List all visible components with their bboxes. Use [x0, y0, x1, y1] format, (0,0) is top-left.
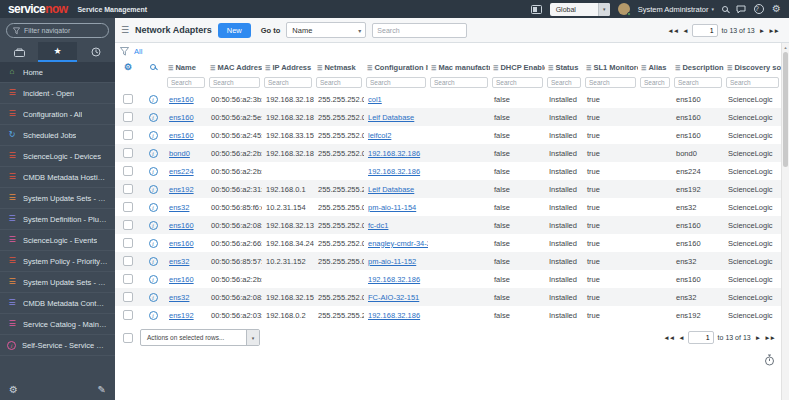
prev-page-button[interactable]: ◄	[682, 27, 687, 34]
name-link[interactable]: bond0	[169, 149, 190, 158]
sidebar-item[interactable]: ☰System Definition - Plugins	[0, 209, 115, 230]
list-personalize-gear-icon[interactable]: ⚙	[124, 62, 132, 72]
configuration_item-link[interactable]: 192.168.32.186	[368, 167, 420, 176]
configuration_item-link[interactable]: Leif Database	[368, 185, 414, 194]
name-link[interactable]: ens32	[169, 203, 189, 212]
user-menu[interactable]: System Administrator ▾	[638, 5, 714, 14]
last-page-button[interactable]: ►►	[768, 27, 779, 34]
column-search-input[interactable]	[492, 77, 543, 88]
column-search-input[interactable]	[167, 77, 205, 88]
record-preview-info-icon[interactable]: i	[149, 149, 158, 158]
name-link[interactable]: ens160	[169, 95, 194, 104]
name-link[interactable]: ens192	[169, 185, 194, 194]
record-preview-info-icon[interactable]: i	[149, 221, 158, 230]
column-header[interactable]: ☰Configuration Item	[364, 59, 428, 75]
sidebar-item[interactable]: ⌂Home	[0, 62, 115, 83]
help-icon[interactable]: ?	[754, 4, 764, 14]
sidebar-item[interactable]: ↻Scheduled Jobs	[0, 125, 115, 146]
configuration_item-link[interactable]: pm-aio-11-154	[368, 203, 416, 212]
chat-icon[interactable]	[736, 5, 746, 14]
row-checkbox[interactable]	[123, 112, 133, 122]
row-checkbox[interactable]	[123, 310, 133, 320]
filter-navigator-input[interactable]	[24, 27, 102, 34]
column-menu-icon[interactable]: ☰	[586, 65, 591, 71]
column-menu-icon[interactable]: ☰	[493, 65, 498, 71]
row-checkbox[interactable]	[123, 130, 133, 140]
sidebar-item[interactable]: ☰ScienceLogic - Events	[0, 230, 115, 251]
page-number-input[interactable]	[688, 331, 714, 344]
breadcrumb-all-link[interactable]: All	[134, 47, 142, 56]
row-checkbox[interactable]	[123, 148, 133, 158]
sidebar-item[interactable]: ☰Service Catalog - Maintain Items	[0, 314, 115, 335]
name-link[interactable]: ens160	[169, 221, 194, 230]
next-page-button[interactable]: ►	[759, 27, 764, 34]
name-link[interactable]: ens192	[169, 311, 194, 320]
row-checkbox[interactable]	[123, 94, 133, 104]
column-search-toggle-icon[interactable]	[150, 64, 156, 70]
sidebar-item[interactable]: ☰Configuration - All	[0, 104, 115, 125]
tab-history[interactable]	[77, 42, 115, 62]
name-link[interactable]: ens32	[169, 293, 189, 302]
settings-gear-icon[interactable]: ⚙	[9, 384, 18, 395]
tab-all-applications[interactable]	[0, 42, 38, 62]
column-menu-icon[interactable]: ☰	[727, 65, 732, 71]
name-link[interactable]: ens32	[169, 257, 189, 266]
column-search-input[interactable]	[366, 77, 426, 88]
column-menu-icon[interactable]: ☰	[367, 65, 372, 71]
column-header[interactable]: ☰MAC Address	[207, 59, 262, 75]
column-menu-icon[interactable]: ☰	[265, 65, 270, 71]
row-checkbox[interactable]	[123, 166, 133, 176]
actions-on-selected-rows-select[interactable]: Actions on selected rows... ▾	[140, 329, 260, 346]
configuration_item-link[interactable]: Leif Database	[368, 113, 414, 122]
name-link[interactable]: ens160	[169, 113, 194, 122]
record-preview-info-icon[interactable]: i	[149, 131, 158, 140]
new-button[interactable]: New	[218, 23, 251, 38]
list-search-input[interactable]	[372, 23, 467, 38]
configuration_item-link[interactable]: FC-AIO-32-151	[368, 293, 419, 302]
column-search-input[interactable]	[726, 77, 779, 88]
configuration_item-link[interactable]: leifcol2	[368, 131, 391, 140]
row-checkbox[interactable]	[123, 256, 133, 266]
record-preview-info-icon[interactable]: i	[149, 113, 158, 122]
column-menu-icon[interactable]: ☰	[641, 65, 646, 71]
scope-selector[interactable]: Global ▾	[550, 3, 610, 16]
column-search-input[interactable]	[209, 77, 260, 88]
column-search-input[interactable]	[264, 77, 312, 88]
record-preview-info-icon[interactable]: i	[149, 311, 158, 320]
row-checkbox[interactable]	[123, 274, 133, 284]
last-page-button[interactable]: ►►	[764, 334, 775, 341]
configuration_item-link[interactable]: pm-aio-11-152	[368, 257, 416, 266]
configuration_item-link[interactable]: col1	[368, 95, 382, 104]
column-header[interactable]: ☰DHCP Enabled	[490, 59, 545, 75]
row-checkbox[interactable]	[123, 220, 133, 230]
sidebar-item[interactable]: ☰System Policy - Priority Lookup ...	[0, 251, 115, 272]
filter-navigator[interactable]	[6, 23, 109, 38]
record-preview-info-icon[interactable]: i	[149, 95, 158, 104]
sidebar-item[interactable]: ☰CMDB Metadata Hosting Rules	[0, 167, 115, 188]
column-header[interactable]: ☰Status	[545, 59, 583, 75]
edit-pencil-icon[interactable]: ✎	[98, 384, 106, 395]
name-link[interactable]: ens160	[169, 239, 194, 248]
column-search-input[interactable]	[316, 77, 362, 88]
record-preview-info-icon[interactable]: i	[149, 275, 158, 284]
column-menu-icon[interactable]: ☰	[168, 65, 173, 71]
sidebar-item[interactable]: ☰ScienceLogic - Devices	[0, 146, 115, 167]
column-menu-icon[interactable]: ☰	[675, 65, 680, 71]
first-page-button[interactable]: ◄◄	[663, 334, 674, 341]
scrollbar-thumb[interactable]	[783, 52, 788, 167]
configuration_item-link[interactable]: 192.168.32.186	[368, 275, 420, 284]
column-menu-icon[interactable]: ☰	[548, 65, 553, 71]
row-checkbox[interactable]	[123, 202, 133, 212]
sidebar-item[interactable]: ☰System Update Sets - Local Upd...	[0, 188, 115, 209]
record-preview-info-icon[interactable]: i	[149, 203, 158, 212]
row-checkbox[interactable]	[123, 292, 133, 302]
prev-page-button[interactable]: ◄	[678, 334, 683, 341]
list-context-menu-icon[interactable]: ☰	[121, 25, 129, 35]
configuration_item-link[interactable]: fc-dc1	[368, 221, 388, 230]
record-preview-info-icon[interactable]: i	[149, 257, 158, 266]
sidebar-item[interactable]: ☰Incident - Open	[0, 83, 115, 104]
column-menu-icon[interactable]: ☰	[431, 65, 436, 71]
record-preview-info-icon[interactable]: i	[149, 293, 158, 302]
column-header[interactable]: ☰Netmask	[314, 59, 364, 75]
column-search-input[interactable]	[585, 77, 636, 88]
